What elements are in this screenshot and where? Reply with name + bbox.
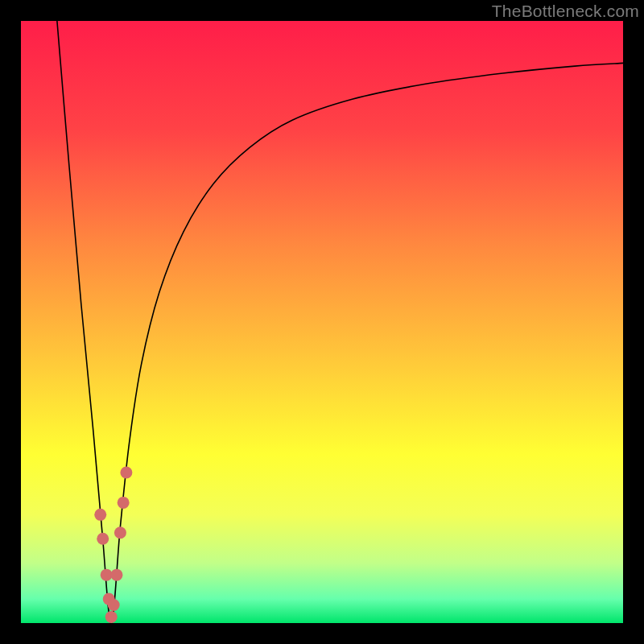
highlight-dot [118,497,130,509]
highlight-dot [108,599,120,611]
highlight-dot [97,533,109,545]
gradient-background [21,21,623,623]
highlight-dot [105,611,118,623]
bottleneck-chart [21,21,623,623]
attribution-text: TheBottleneck.com [492,2,639,21]
highlight-dot [94,509,106,521]
highlight-dot [120,467,132,479]
highlight-dot [114,526,126,539]
highlight-dot [110,569,122,581]
chart-frame [21,21,623,623]
